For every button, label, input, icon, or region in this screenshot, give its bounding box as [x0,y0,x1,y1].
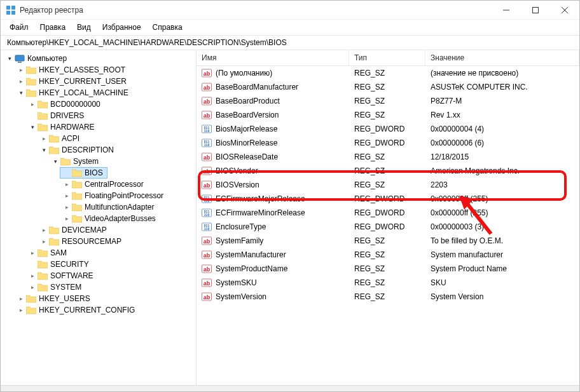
maximize-button[interactable] [521,1,550,20]
tree-item[interactable]: HKEY_LOCAL_MACHINE [15,88,132,98]
tree-item[interactable]: SYSTEM [26,282,85,292]
caret-icon[interactable] [6,55,13,62]
tree-item[interactable]: MultifunctionAdapter [60,202,158,212]
value-name: SystemVersion [216,292,266,301]
tree-item[interactable]: SAM [26,248,71,258]
minimize-button[interactable] [492,1,521,20]
folder-icon [26,88,36,97]
value-data: 0x000000ff (255) [425,194,579,204]
tree-item-label: RESOURCEMAP [60,237,123,246]
tree-item[interactable]: SECURITY [26,259,93,269]
value-data: 2203 [425,180,579,190]
listview-body[interactable]: (По умолчанию) REG_SZ (значение не присв… [197,66,579,385]
column-header-value[interactable]: Значение [425,50,579,65]
tree-item[interactable]: HKEY_CLASSES_ROOT [15,65,129,75]
tree-item[interactable]: SOFTWARE [26,271,97,281]
value-data: (значение не присвоено) [425,68,579,78]
value-name: SystemProductName [216,264,287,273]
caret-icon[interactable] [40,238,48,245]
listview-row[interactable]: BaseBoardVersion REG_SZ Rev 1.xx [197,108,579,122]
caret-icon[interactable] [17,78,25,85]
string-icon [202,250,212,260]
caret-icon[interactable] [40,146,48,154]
caret-icon[interactable] [17,89,25,97]
listview-row[interactable]: ECFirmwareMajorRelease REG_DWORD 0x00000… [197,192,579,206]
tree-item[interactable]: VideoAdapterBusses [60,213,160,224]
caret-icon[interactable] [63,192,71,199]
listview-row[interactable]: ECFirmwareMinorRelease REG_DWORD 0x00000… [197,206,579,220]
menu-help[interactable]: Справка [148,21,188,34]
caret-icon[interactable] [63,180,71,188]
tree-item-label: BCD00000000 [49,100,102,109]
menu-favorites[interactable]: Избранное [97,21,146,34]
tree-item-label: HARDWARE [49,123,96,132]
caret-icon[interactable] [29,283,36,291]
svg-rect-5 [533,7,539,13]
listview-row[interactable]: SystemSKU REG_SZ SKU [197,276,579,290]
caret-icon[interactable] [29,249,36,257]
column-header-type[interactable]: Тип [349,50,425,65]
svg-rect-2 [6,11,10,15]
tree-item[interactable]: HARDWARE [26,122,99,132]
tree-root[interactable]: Компьютер [3,53,71,64]
tree-item[interactable]: HKEY_CURRENT_CONFIG [15,305,139,315]
folder-icon [26,306,36,314]
listview-row[interactable]: BIOSVendor REG_SZ American Megatrends In… [197,164,579,178]
caret-icon[interactable] [29,123,36,131]
value-type: REG_SZ [349,180,425,190]
tree-item[interactable]: ACPI [38,133,83,144]
tree-item[interactable]: System [49,156,102,166]
tree-item[interactable]: CentralProcessor [60,179,148,189]
caret-icon[interactable] [63,203,71,211]
caret-icon[interactable] [29,272,36,280]
caret-icon[interactable] [63,215,71,222]
caret-icon[interactable] [17,306,25,314]
caret-icon[interactable] [40,135,48,142]
tree-item-label: SECURITY [49,260,90,269]
address-bar[interactable]: Компьютер\HKEY_LOCAL_MACHINE\HARDWARE\DE… [1,35,579,50]
caret-icon[interactable] [52,158,59,165]
tree-item[interactable]: HKEY_USERS [15,294,94,304]
menu-edit[interactable]: Правка [35,21,71,34]
caret-icon[interactable] [29,100,36,108]
folder-icon [72,191,82,200]
column-header-name[interactable]: Имя [197,50,349,65]
listview-row[interactable]: SystemFamily REG_SZ To be filled by O.E.… [197,234,579,248]
value-type: REG_SZ [349,152,425,162]
listview-row[interactable]: BiosMajorRelease REG_DWORD 0x00000004 (4… [197,122,579,136]
caret-icon[interactable] [17,295,25,302]
menu-file[interactable]: Файл [4,21,34,34]
tree-item[interactable]: HKEY_CURRENT_USER [15,76,130,86]
tree-item[interactable]: BCD00000000 [26,99,104,109]
listview-row[interactable]: SystemVersion REG_SZ System Version [197,290,579,304]
string-icon [202,236,212,246]
dword-icon [202,138,212,148]
listview-row[interactable]: BIOSReleaseDate REG_SZ 12/18/2015 [197,150,579,164]
listview-row[interactable]: BaseBoardManufacturer REG_SZ ASUSTeK COM… [197,80,579,94]
value-name: BiosMinorRelease [216,139,277,147]
listview-row[interactable]: BIOSVersion REG_SZ 2203 [197,178,579,192]
listview-row[interactable]: BaseBoardProduct REG_SZ P8Z77-M [197,94,579,108]
tree-item-label: SYSTEM [49,283,83,292]
listview-row[interactable]: BiosMinorRelease REG_DWORD 0x00000006 (6… [197,136,579,150]
value-type: REG_DWORD [349,138,425,148]
listview-row[interactable]: SystemManufacturer REG_SZ System manufac… [197,248,579,262]
value-name: BaseBoardManufacturer [216,83,298,91]
tree-item[interactable]: RESOURCEMAP [38,236,125,247]
tree-item[interactable]: DESCRIPTION [38,145,118,155]
tree-item[interactable]: BIOS [60,168,107,178]
folder-icon [72,180,82,189]
close-button[interactable] [550,1,579,20]
string-icon [202,96,212,106]
menu-view[interactable]: Вид [72,21,96,34]
listview-row[interactable]: SystemProductName REG_SZ System Product … [197,262,579,276]
listview-row[interactable]: (По умолчанию) REG_SZ (значение не присв… [197,66,579,80]
listview-row[interactable]: EnclosureType REG_DWORD 0x00000003 (3) [197,220,579,234]
caret-icon[interactable] [40,226,48,234]
tree-item[interactable]: DEVICEMAP [38,225,111,235]
tree-item[interactable]: DRIVERS [26,111,88,121]
caret-icon[interactable] [17,66,25,74]
tree-panel[interactable]: КомпьютерHKEY_CLASSES_ROOTHKEY_CURRENT_U… [1,50,197,385]
tree-item[interactable]: FloatingPointProcessor [60,191,167,201]
folder-icon [38,260,48,269]
